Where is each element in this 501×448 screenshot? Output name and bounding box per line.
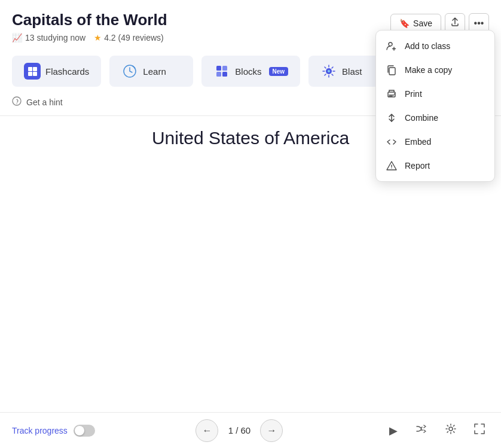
shuffle-icon xyxy=(416,423,428,438)
dropdown-item-report[interactable]: Report xyxy=(376,154,494,178)
star-icon: ★ xyxy=(94,33,102,42)
play-button[interactable]: ▶ xyxy=(384,421,403,440)
studying-now: 📈 13 studying now xyxy=(12,33,85,42)
svg-rect-0 xyxy=(28,67,32,71)
make-copy-icon xyxy=(386,64,398,76)
dropdown-item-print[interactable]: Print xyxy=(376,82,494,106)
title-section: Capitals of the World 📈 13 studying now … xyxy=(12,11,390,42)
save-icon: 🔖 xyxy=(399,19,410,28)
svg-point-9 xyxy=(328,70,330,72)
dropdown-item-add-to-class[interactable]: Add to class xyxy=(376,34,494,58)
svg-rect-6 xyxy=(216,72,221,77)
flashcards-label: Flashcards xyxy=(45,66,89,77)
fullscreen-icon xyxy=(473,423,485,438)
blocks-label: Blocks xyxy=(235,66,261,77)
dropdown-item-combine[interactable]: Combine xyxy=(376,106,494,130)
svg-point-17 xyxy=(449,427,453,431)
learn-label: Learn xyxy=(143,66,166,77)
prev-button[interactable]: ← xyxy=(195,419,218,442)
page-separator: / xyxy=(236,425,240,435)
prev-icon: ← xyxy=(202,425,212,436)
combine-label: Combine xyxy=(405,113,438,123)
share-icon xyxy=(450,17,460,29)
blast-icon xyxy=(320,63,337,80)
settings-icon xyxy=(445,423,457,438)
combine-icon xyxy=(386,112,398,124)
add-to-class-label: Add to class xyxy=(405,41,450,51)
print-icon xyxy=(386,88,398,100)
page-indicator: 1 / 60 xyxy=(224,425,254,435)
studying-now-text: 13 studying now xyxy=(25,33,85,42)
report-label: Report xyxy=(405,161,430,170)
print-label: Print xyxy=(405,89,422,99)
svg-rect-2 xyxy=(28,72,32,76)
trend-icon: 📈 xyxy=(12,33,22,42)
svg-point-16 xyxy=(391,167,392,168)
next-icon: → xyxy=(267,425,276,436)
save-label: Save xyxy=(413,19,432,28)
fullscreen-button[interactable] xyxy=(470,421,489,440)
settings-button[interactable] xyxy=(441,421,460,440)
dropdown-item-make-copy[interactable]: Make a copy xyxy=(376,58,494,82)
more-icon: ••• xyxy=(474,18,484,29)
footer-actions: ▶ xyxy=(384,421,489,440)
rating: ★ 4.2 (49 reviews) xyxy=(94,33,164,42)
toggle-knob xyxy=(75,426,84,435)
dropdown-menu: Add to class Make a copy Print xyxy=(375,30,495,182)
rating-text: 4.2 (49 reviews) xyxy=(104,33,164,42)
svg-rect-3 xyxy=(33,72,37,76)
svg-point-12 xyxy=(389,42,392,46)
svg-point-10 xyxy=(13,97,21,105)
nav-controls: ← 1 / 60 → xyxy=(195,419,283,442)
page-title: Capitals of the World xyxy=(12,11,390,29)
track-progress: Track progress xyxy=(12,425,95,437)
page-total: 60 xyxy=(241,425,251,435)
flashcards-mode-button[interactable]: Flashcards xyxy=(12,56,101,87)
learn-icon xyxy=(121,63,138,80)
next-button[interactable]: → xyxy=(260,419,283,442)
svg-rect-7 xyxy=(222,72,227,77)
add-to-class-icon xyxy=(386,40,398,52)
shuffle-button[interactable] xyxy=(413,421,432,440)
hint-icon xyxy=(12,96,22,108)
track-progress-label: Track progress xyxy=(12,426,68,435)
make-copy-label: Make a copy xyxy=(405,65,452,75)
track-progress-toggle[interactable] xyxy=(74,425,95,437)
svg-rect-5 xyxy=(222,66,227,71)
page-current: 1 xyxy=(228,425,233,435)
card-content: United States of America xyxy=(152,128,349,148)
blocks-icon xyxy=(213,63,230,80)
dropdown-item-embed[interactable]: Embed xyxy=(376,130,494,154)
svg-point-11 xyxy=(16,103,17,103)
footer: Track progress ← 1 / 60 → ▶ xyxy=(0,412,501,448)
hint-text: Get a hint xyxy=(26,97,63,107)
svg-rect-1 xyxy=(33,67,37,71)
flashcards-icon xyxy=(24,63,41,80)
embed-icon xyxy=(386,136,398,148)
blocks-mode-button[interactable]: Blocks New xyxy=(201,56,300,87)
new-badge: New xyxy=(269,67,289,76)
meta-row: 📈 13 studying now ★ 4.2 (49 reviews) xyxy=(12,33,390,42)
svg-rect-13 xyxy=(389,68,395,75)
report-icon xyxy=(386,160,398,172)
embed-label: Embed xyxy=(405,137,431,147)
svg-point-15 xyxy=(394,93,395,95)
play-icon: ▶ xyxy=(389,424,398,437)
blast-label: Blast xyxy=(342,66,362,77)
svg-rect-4 xyxy=(216,66,221,71)
learn-mode-button[interactable]: Learn xyxy=(109,56,193,87)
